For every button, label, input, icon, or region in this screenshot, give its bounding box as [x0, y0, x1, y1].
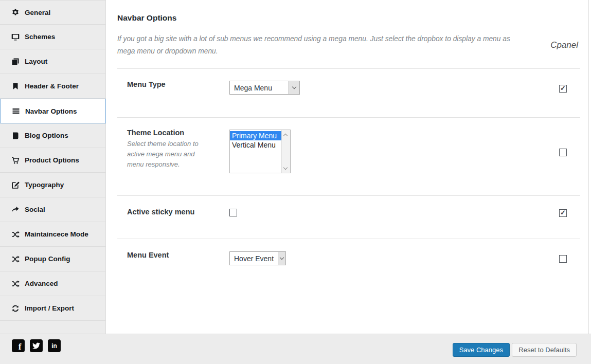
divider — [117, 195, 580, 196]
chevron-down-icon — [278, 252, 285, 265]
sidebar-item-label: Layout — [25, 58, 47, 65]
sidebar-item-label: Blog Options — [25, 132, 68, 139]
linkedin-icon[interactable]: in — [48, 339, 61, 352]
theme-location-description: Select theme location to active mega men… — [127, 139, 212, 170]
display-icon — [11, 33, 20, 41]
sidebar-item-schemes[interactable]: Schemes — [0, 25, 105, 49]
bookmark-icon — [11, 82, 20, 90]
menu-type-label: Menu Type — [127, 80, 166, 88]
page-title: Navbar Options — [117, 13, 176, 23]
sidebar-item-label: General — [25, 9, 50, 16]
layers-icon — [11, 58, 20, 66]
sidebar-item-typography[interactable]: Typography — [0, 173, 105, 197]
theme-location-right-checkbox[interactable] — [559, 149, 567, 156]
sidebar-item-navbar-options[interactable]: Navbar Options — [0, 99, 106, 123]
menu-event-select[interactable]: Hover Event — [229, 251, 286, 265]
listbox-option-primary-menu[interactable]: Primary Menu — [230, 131, 281, 140]
navbar-options-panel: Navbar Options If you got a big site wit… — [106, 0, 589, 334]
sidebar-item-label: Popup Config — [25, 255, 70, 263]
sidebar-item-popup-config[interactable]: Popup Config — [0, 247, 105, 271]
sidebar-item-label: Advanced — [25, 280, 58, 287]
shuffle-icon — [11, 255, 20, 263]
menu-type-select-value: Mega Menu — [230, 81, 289, 94]
active-sticky-menu-label: Active sticky menu — [127, 208, 194, 216]
sidebar-item-label: Typography — [25, 181, 64, 189]
sidebar-item-layout[interactable]: Layout — [0, 49, 105, 74]
menu-event-select-value: Hover Event — [230, 252, 278, 265]
sidebar-item-label: Maintaincece Mode — [25, 230, 88, 238]
menu-event-right-checkbox[interactable] — [559, 255, 567, 263]
book-icon — [11, 132, 20, 140]
save-changes-button[interactable]: Save Changes — [453, 343, 510, 357]
listbox-option-vertical-menu[interactable]: Vertical Menu — [230, 140, 281, 150]
menu-type-select[interactable]: Mega Menu — [229, 81, 300, 95]
listbox-scrollbar[interactable] — [281, 130, 290, 173]
scroll-down-icon[interactable] — [283, 166, 288, 170]
menu-type-right-checkbox[interactable] — [559, 85, 567, 93]
sidebar-item-label: Import / Export — [25, 304, 74, 312]
shuffle-icon — [11, 230, 20, 239]
sidebar-item-header-footer[interactable]: Header & Footer — [0, 74, 105, 99]
sync-icon — [11, 304, 20, 313]
facebook-icon[interactable]: f — [12, 339, 25, 352]
menu-event-label: Menu Event — [127, 251, 169, 259]
sidebar-item-general[interactable]: General — [0, 0, 105, 25]
shuffle-icon — [11, 280, 20, 288]
cpanel-brand-label: Cpanel — [550, 40, 578, 50]
sidebar-item-label: Product Options — [25, 156, 79, 164]
active-sticky-menu-checkbox[interactable] — [229, 209, 237, 216]
sidebar-item-social[interactable]: Social — [0, 197, 105, 222]
sidebar-item-import-export[interactable]: Import / Export — [0, 296, 105, 321]
divider — [117, 117, 580, 118]
footer-bar: f in Save Changes Reset to Defaults — [0, 334, 591, 364]
share-arrow-icon — [11, 206, 20, 214]
active-sticky-right-checkbox[interactable] — [559, 209, 567, 217]
sidebar-item-blog-options[interactable]: Blog Options — [0, 123, 105, 148]
edit-icon — [11, 181, 20, 189]
divider — [117, 68, 580, 69]
chevron-down-icon — [289, 81, 299, 94]
theme-location-label: Theme Location — [127, 129, 184, 137]
sidebar-item-label: Social — [25, 206, 45, 213]
listbox-options: Primary Menu Vertical Menu — [230, 130, 281, 173]
social-links: f in — [12, 339, 61, 352]
cart-icon — [11, 156, 20, 165]
sidebar-item-advanced[interactable]: Advanced — [0, 271, 105, 296]
theme-location-listbox[interactable]: Primary Menu Vertical Menu — [229, 130, 291, 173]
divider — [117, 239, 580, 239]
hamburger-menu-icon — [12, 107, 20, 115]
sidebar-item-label: Schemes — [25, 33, 55, 41]
gear-icon — [11, 8, 20, 16]
sidebar-item-label: Header & Footer — [25, 82, 79, 90]
reset-to-defaults-button[interactable]: Reset to Defaults — [512, 343, 577, 357]
settings-sidebar: General Schemes Layout Header & Footer N… — [0, 0, 106, 334]
page-description: If you got a big site with a lot of sub … — [117, 33, 529, 58]
scroll-up-icon[interactable] — [283, 134, 288, 138]
sidebar-item-label: Navbar Options — [25, 107, 77, 115]
sidebar-item-maintenance-mode[interactable]: Maintaincece Mode — [0, 222, 105, 247]
sidebar-item-product-options[interactable]: Product Options — [0, 148, 105, 173]
twitter-icon[interactable] — [30, 339, 43, 352]
